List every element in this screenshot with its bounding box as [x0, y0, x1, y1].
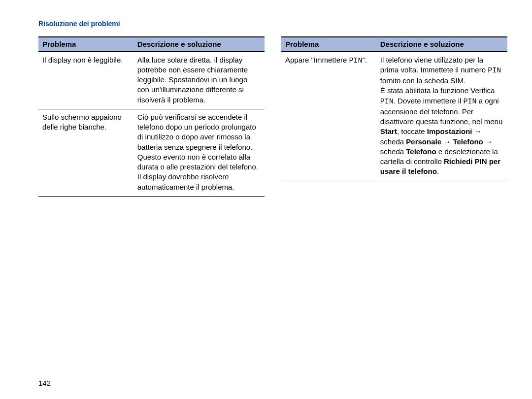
cell-soluzione: Ciò può verificarsi se accendete il tele… [133, 109, 265, 196]
left-column: Problema Descrizione e soluzione Il disp… [38, 36, 265, 197]
text: scheda [380, 147, 406, 156]
th-soluzione: Descrizione e soluzione [376, 37, 507, 52]
mono-text: PIN [380, 98, 394, 106]
bold-text: Telefono [453, 137, 483, 146]
th-problema: Problema [38, 37, 133, 52]
text: . [437, 167, 439, 175]
th-soluzione: Descrizione e soluzione [133, 37, 265, 52]
table-row: Appare "Immettere PIN". Il telefono vien… [281, 52, 507, 181]
bold-text: Start [380, 127, 397, 135]
right-table: Problema Descrizione e soluzione Appare … [281, 36, 507, 181]
section-title: Risoluzione dei problemi [38, 20, 507, 28]
mono-text: PIN [464, 98, 477, 106]
text: scheda [380, 137, 406, 146]
text: , toccate [397, 127, 427, 135]
cell-soluzione: Alla luce solare diretta, il display pot… [133, 52, 265, 109]
bold-text: Telefono [406, 147, 436, 156]
cell-problema: Sullo schermo appaiono delle righe bianc… [38, 109, 133, 196]
right-column: Problema Descrizione e soluzione Appare … [281, 36, 507, 197]
table-row: Il display non è leggibile. Alla luce so… [38, 52, 265, 109]
text: ". [363, 56, 367, 64]
text: . Dovete immettere il [394, 97, 464, 105]
text: → [483, 137, 493, 146]
cell-soluzione: Il telefono viene utilizzato per la prim… [376, 52, 507, 181]
table-row: Sullo schermo appaiono delle righe bianc… [38, 109, 265, 196]
mono-text: PIN [349, 57, 363, 65]
cell-problema: Il display non è leggibile. [38, 52, 133, 109]
text: fornito con la scheda SIM. [380, 76, 466, 85]
th-problema: Problema [281, 37, 376, 52]
mono-text: PIN [488, 66, 501, 75]
left-table: Problema Descrizione e soluzione Il disp… [38, 36, 265, 197]
columns: Problema Descrizione e soluzione Il disp… [38, 36, 507, 197]
text: Appare "Immettere [285, 56, 349, 64]
text: → [472, 127, 482, 135]
bold-text: Personale [406, 137, 441, 146]
page-number: 142 [38, 379, 51, 387]
text: Il telefono viene utilizzato per la prim… [380, 56, 488, 74]
bold-text: Impostazioni [427, 127, 472, 135]
text: È stata abilitata la funzione Verifica [380, 86, 495, 95]
cell-problema: Appare "Immettere PIN". [281, 52, 376, 181]
text: → [441, 137, 453, 146]
